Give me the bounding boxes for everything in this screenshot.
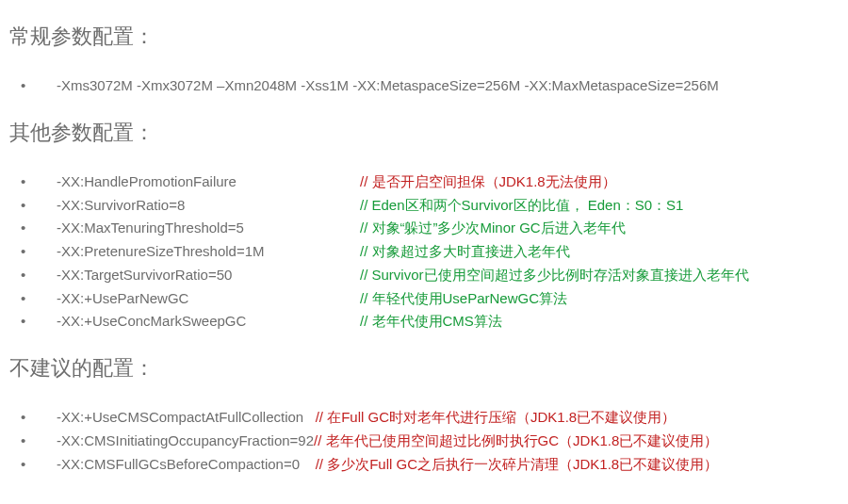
- param-comment: // 对象“躲过”多少次Minor GC后进入老年代: [360, 218, 626, 238]
- list-item: • -XX:HandlePromotionFailure // 是否开启空间担保…: [9, 171, 839, 192]
- param-text: -Xms3072M -Xmx3072M –Xmn2048M -Xss1M -XX…: [57, 75, 719, 96]
- param-text: -XX:CMSInitiatingOccupancyFraction=92: [57, 431, 314, 451]
- list-item: • -XX:PretenureSizeThreshold=1M // 对象超过多…: [9, 241, 839, 262]
- section-heading-general: 常规参数配置：: [9, 23, 839, 51]
- param-text: -XX:+UseConcMarkSweepGC: [57, 311, 360, 332]
- param-text: -XX:HandlePromotionFailure: [57, 171, 360, 192]
- param-text: -XX:MaxTenuringThreshold=5: [57, 218, 360, 238]
- param-list-general: • -Xms3072M -Xmx3072M –Xmn2048M -Xss1M -…: [9, 75, 839, 96]
- list-item: • -XX:+UseParNewGC // 年轻代使用UseParNewGC算法: [9, 288, 839, 309]
- list-item: • -XX:+UseConcMarkSweepGC // 老年代使用CMS算法: [9, 311, 839, 332]
- bullet-icon: •: [9, 288, 57, 309]
- param-comment: // Survivor已使用空间超过多少比例时存活对象直接进入老年代: [360, 265, 749, 285]
- param-text: -XX:PretenureSizeThreshold=1M: [57, 241, 360, 262]
- param-comment: // Eden区和两个Survivor区的比值， Eden：S0：S1: [360, 195, 683, 216]
- list-item: • -XX:SurvivorRatio=8 // Eden区和两个Survivo…: [9, 195, 839, 216]
- param-comment: // 在Full GC时对老年代进行压缩（JDK1.8已不建议使用）: [316, 407, 677, 428]
- param-list-deprecated: • -XX:+UseCMSCompactAtFullCollection // …: [9, 407, 839, 474]
- param-text: -XX:+UseParNewGC: [57, 288, 360, 309]
- list-item: • -XX:TargetSurvivorRatio=50 // Survivor…: [9, 265, 839, 285]
- section-heading-deprecated: 不建议的配置：: [9, 354, 839, 382]
- param-text: -XX:TargetSurvivorRatio=50: [57, 265, 360, 285]
- bullet-icon: •: [9, 75, 57, 96]
- bullet-icon: •: [9, 311, 57, 332]
- param-comment: // 年轻代使用UseParNewGC算法: [360, 288, 567, 309]
- bullet-icon: •: [9, 454, 57, 475]
- bullet-icon: •: [9, 407, 57, 428]
- param-text: -XX:SurvivorRatio=8: [57, 195, 360, 216]
- param-comment: // 老年代使用CMS算法: [360, 311, 502, 332]
- list-item: • -XX:MaxTenuringThreshold=5 // 对象“躲过”多少…: [9, 218, 839, 238]
- bullet-icon: •: [9, 241, 57, 262]
- param-comment: // 对象超过多大时直接进入老年代: [360, 241, 570, 262]
- bullet-icon: •: [9, 218, 57, 238]
- section-heading-other: 其他参数配置：: [9, 119, 839, 147]
- list-item: • -XX:CMSFullGCsBeforeCompaction=0 // 多少…: [9, 454, 839, 475]
- param-comment: // 是否开启空间担保（JDK1.8无法使用）: [360, 171, 616, 192]
- param-text: -XX:CMSFullGCsBeforeCompaction=0: [57, 454, 316, 475]
- param-list-other: • -XX:HandlePromotionFailure // 是否开启空间担保…: [9, 171, 839, 332]
- bullet-icon: •: [9, 431, 57, 451]
- bullet-icon: •: [9, 195, 57, 216]
- list-item: • -XX:CMSInitiatingOccupancyFraction=92 …: [9, 431, 839, 451]
- list-item: • -Xms3072M -Xmx3072M –Xmn2048M -Xss1M -…: [9, 75, 839, 96]
- param-text: -XX:+UseCMSCompactAtFullCollection: [57, 407, 316, 428]
- param-comment: // 老年代已使用空间超过比例时执行GC（JDK1.8已不建议使用）: [314, 431, 718, 451]
- bullet-icon: •: [9, 265, 57, 285]
- param-comment: // 多少次Full GC之后执行一次碎片清理（JDK1.8已不建议使用）: [316, 454, 719, 475]
- bullet-icon: •: [9, 171, 57, 192]
- list-item: • -XX:+UseCMSCompactAtFullCollection // …: [9, 407, 839, 428]
